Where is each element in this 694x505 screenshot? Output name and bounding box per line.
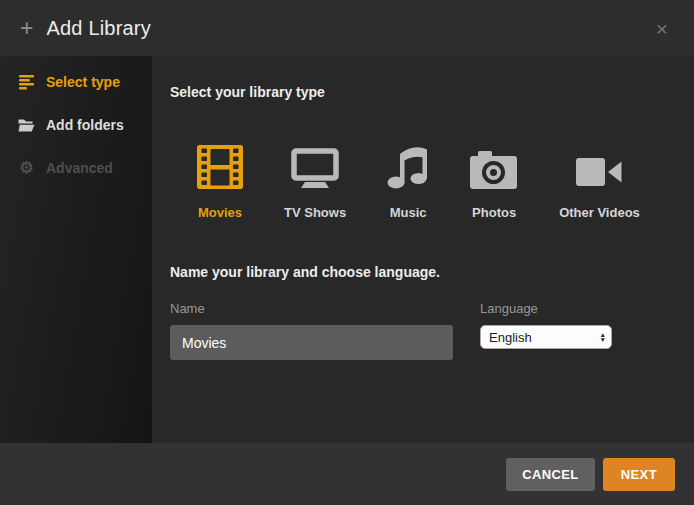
select-stepper-icon: ▲▼ [600,332,606,342]
video-camera-icon [576,145,622,189]
library-type-tv-shows[interactable]: TV Shows [284,145,346,220]
language-field-group: Language English ▲▼ [480,301,612,360]
name-field-group: Name [170,301,453,360]
library-type-other-videos[interactable]: Other Videos [559,145,640,220]
wizard-content: Select your library type [152,56,694,443]
library-type-label: Other Videos [559,205,640,220]
tv-icon [291,145,339,189]
type-section-heading: Select your library type [170,84,674,100]
library-type-label: Music [390,205,427,220]
library-type-row: Movies TV Shows [197,145,674,220]
language-select[interactable]: English ▲▼ [480,325,612,349]
library-type-label: TV Shows [284,205,346,220]
close-icon[interactable]: × [650,16,674,41]
wizard-sidebar: Select type Add folders ⚙ Advanced [0,56,152,443]
name-section-heading: Name your library and choose language. [170,264,674,280]
dialog-body: Select type Add folders ⚙ Advanced Selec… [0,56,694,443]
sidebar-item-advanced[interactable]: ⚙ Advanced [0,148,152,188]
library-name-input[interactable] [170,325,453,360]
sidebar-item-label: Advanced [46,160,113,176]
dialog-footer: CANCEL NEXT [0,443,694,505]
list-lines-icon [18,75,35,90]
language-select-value: English [489,330,532,345]
library-type-label: Photos [472,205,516,220]
name-field-label: Name [170,301,453,316]
next-button[interactable]: NEXT [603,458,675,491]
camera-icon [470,145,518,189]
dialog-header: + Add Library × [0,0,694,56]
dialog-title: Add Library [46,17,150,40]
fields-row: Name Language English ▲▼ [170,301,674,360]
library-type-movies[interactable]: Movies [197,145,243,220]
sidebar-item-label: Add folders [46,117,124,133]
sidebar-item-select-type[interactable]: Select type [0,62,152,102]
library-type-photos[interactable]: Photos [470,145,518,220]
film-strip-icon [197,145,243,189]
cancel-button[interactable]: CANCEL [506,458,595,491]
music-notes-icon [387,145,429,189]
language-field-label: Language [480,301,612,316]
library-type-label: Movies [198,205,242,220]
sidebar-item-add-folders[interactable]: Add folders [0,105,152,145]
library-type-music[interactable]: Music [387,145,429,220]
folder-icon [18,119,35,132]
gear-icon: ⚙ [18,160,35,176]
sidebar-item-label: Select type [46,74,120,90]
add-library-dialog: + Add Library × Select type [0,0,694,505]
plus-icon: + [20,17,33,40]
